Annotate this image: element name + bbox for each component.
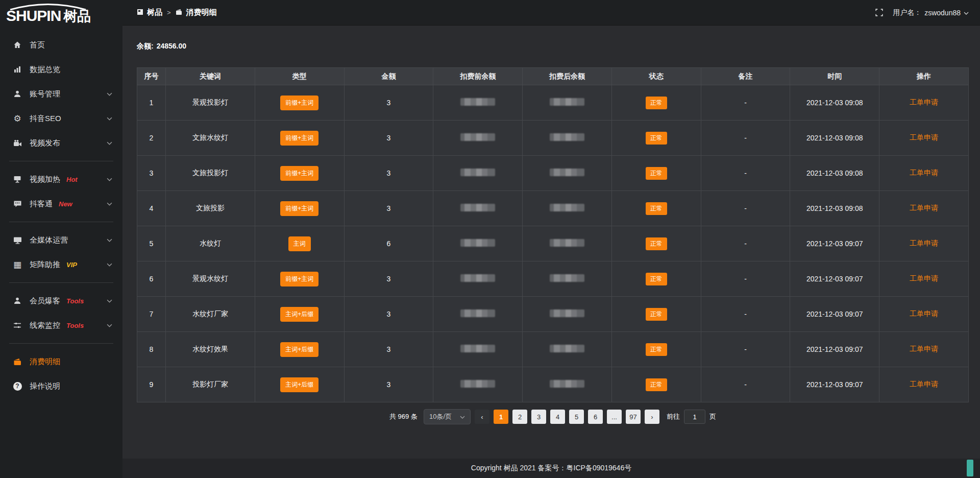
cell-status: 正常 bbox=[611, 85, 701, 121]
work-order-link[interactable]: 工单申请 bbox=[910, 274, 938, 282]
sidebar-item-douketong[interactable]: 抖客通New bbox=[0, 192, 122, 216]
cell-amount: 3 bbox=[344, 121, 433, 156]
masked-balance-after bbox=[550, 309, 584, 317]
status-badge: 正常 bbox=[646, 202, 667, 215]
sidebar-item-help[interactable]: ?操作说明 bbox=[0, 374, 122, 398]
chevron-down-icon bbox=[460, 413, 465, 421]
sidebar-item-all-media[interactable]: 全媒体运营 bbox=[0, 228, 122, 252]
page-button-1[interactable]: 1 bbox=[494, 410, 508, 424]
cell-index: 7 bbox=[137, 297, 166, 332]
page-button-5[interactable]: 5 bbox=[569, 410, 584, 424]
work-order-link[interactable]: 工单申请 bbox=[910, 98, 938, 106]
status-badge: 正常 bbox=[646, 97, 667, 109]
cell-remark: - bbox=[701, 297, 790, 332]
breadcrumb-item-home[interactable]: 树品 bbox=[137, 8, 162, 17]
sidebar-item-account-manage[interactable]: 账号管理 bbox=[0, 82, 122, 106]
corner-widget[interactable] bbox=[967, 460, 973, 476]
masked-balance-after bbox=[550, 274, 584, 282]
sidebar-divider bbox=[9, 343, 113, 344]
work-order-link[interactable]: 工单申请 bbox=[910, 309, 938, 318]
cell-balance-before bbox=[433, 297, 523, 332]
page-size-select[interactable]: 10条/页 bbox=[424, 409, 471, 424]
chevron-down-icon bbox=[107, 141, 112, 146]
sidebar-item-douyin-seo[interactable]: ⚙抖音SEO bbox=[0, 106, 122, 131]
page-button-97[interactable]: 97 bbox=[626, 410, 641, 424]
cell-remark: - bbox=[701, 367, 790, 402]
cell-status: 正常 bbox=[611, 332, 701, 367]
cell-action: 工单申请 bbox=[879, 85, 969, 121]
goto-page-input[interactable] bbox=[684, 410, 705, 424]
cell-time: 2021-12-03 09:07 bbox=[790, 261, 879, 297]
cell-status: 正常 bbox=[611, 156, 701, 191]
bar-chart-icon bbox=[12, 65, 22, 74]
cell-index: 3 bbox=[137, 156, 166, 191]
cell-balance-after bbox=[523, 156, 612, 191]
sidebar-item-matrix-boost[interactable]: ▦矩阵助推VIP bbox=[0, 252, 122, 277]
cell-status: 正常 bbox=[611, 121, 701, 156]
sidebar-item-clue-monitor[interactable]: 线索监控Tools bbox=[0, 313, 122, 338]
masked-balance-before bbox=[460, 133, 495, 141]
sidebar-item-home[interactable]: 首页 bbox=[0, 33, 122, 57]
next-page-button[interactable]: › bbox=[645, 410, 659, 424]
status-badge: 正常 bbox=[646, 343, 667, 356]
cell-type: 主词+后缀 bbox=[255, 367, 344, 402]
sidebar-item-video-heat[interactable]: 视频加热Hot bbox=[0, 167, 122, 192]
type-badge: 主词+后缀 bbox=[280, 377, 318, 392]
grid-icon: ▦ bbox=[12, 260, 22, 269]
breadcrumb-item-current[interactable]: 消费明细 bbox=[176, 8, 217, 17]
page-button-4[interactable]: 4 bbox=[550, 410, 565, 424]
column-header: 关键词 bbox=[166, 68, 255, 85]
cell-time: 2021-12-03 09:07 bbox=[790, 367, 879, 402]
page-button-6[interactable]: 6 bbox=[588, 410, 603, 424]
work-order-link[interactable]: 工单申请 bbox=[910, 380, 938, 388]
cell-status: 正常 bbox=[611, 297, 701, 332]
page-button-2[interactable]: 2 bbox=[512, 410, 527, 424]
wallet-icon bbox=[12, 358, 22, 366]
sidebar-item-video-publish[interactable]: 视频发布 bbox=[0, 131, 122, 155]
column-header: 扣费后余额 bbox=[523, 68, 612, 85]
chevron-down-icon bbox=[107, 299, 112, 303]
sidebar-item-label: 矩阵助推 bbox=[30, 260, 60, 270]
cell-action: 工单申请 bbox=[879, 367, 969, 402]
sidebar-item-consume-detail[interactable]: 消费明细 bbox=[0, 349, 122, 374]
page-size-value: 10条/页 bbox=[429, 412, 452, 421]
work-order-link[interactable]: 工单申请 bbox=[910, 133, 938, 141]
work-order-link[interactable]: 工单申请 bbox=[910, 239, 938, 247]
main-area: 树品 > 消费明细 用户名：zswodun88 bbox=[122, 0, 980, 478]
fullscreen-icon[interactable] bbox=[875, 8, 884, 17]
cell-type: 前缀+主词 bbox=[255, 261, 344, 297]
prev-page-button[interactable]: ‹ bbox=[475, 410, 489, 424]
copyright-text: Copyright 树品 2021 备案号：粤ICP备09019646号 bbox=[471, 464, 631, 473]
cell-remark: - bbox=[701, 121, 790, 156]
page-button-3[interactable]: 3 bbox=[531, 410, 546, 424]
user-menu[interactable]: 用户名：zswodun88 bbox=[893, 8, 969, 17]
masked-balance-before bbox=[460, 380, 495, 388]
chevron-down-icon bbox=[107, 177, 112, 182]
page-ellipsis-button[interactable]: ... bbox=[607, 410, 622, 424]
sidebar-item-member-baoke[interactable]: 会员爆客Tools bbox=[0, 289, 122, 313]
work-order-link[interactable]: 工单申请 bbox=[910, 204, 938, 212]
cell-keyword: 文旅投影灯 bbox=[166, 156, 255, 191]
table-header-row: 序号关键词类型金额扣费前余额扣费后余额状态备注时间操作 bbox=[137, 68, 969, 85]
username-label: 用户名： bbox=[893, 8, 921, 17]
content: 余额:24856.00 序号关键词类型金额扣费前余额扣费后余额状态备注时间操作 … bbox=[122, 26, 980, 459]
sidebar-item-label: 消费明细 bbox=[30, 357, 60, 367]
cell-remark: - bbox=[701, 261, 790, 297]
cell-keyword: 文旅水纹灯 bbox=[166, 121, 255, 156]
sidebar-item-data-overview[interactable]: 数据总览 bbox=[0, 57, 122, 82]
app-square-icon bbox=[137, 8, 143, 17]
page-buttons: 123456...97 bbox=[494, 410, 641, 424]
cell-type: 前缀+主词 bbox=[255, 121, 344, 156]
table-row: 1景观投影灯前缀+主词3正常-2021-12-03 09:08工单申请 bbox=[137, 85, 969, 121]
sidebar-item-label: 视频发布 bbox=[30, 138, 60, 148]
cell-amount: 3 bbox=[344, 191, 433, 226]
question-icon: ? bbox=[12, 382, 22, 391]
work-order-link[interactable]: 工单申请 bbox=[910, 345, 938, 353]
chevron-down-icon bbox=[107, 116, 112, 121]
masked-balance-after bbox=[550, 380, 584, 388]
cell-index: 6 bbox=[137, 261, 166, 297]
work-order-link[interactable]: 工单申请 bbox=[910, 169, 938, 177]
balance-value: 24856.00 bbox=[157, 42, 186, 50]
chevron-down-icon bbox=[107, 92, 112, 97]
cell-action: 工单申请 bbox=[879, 226, 969, 261]
